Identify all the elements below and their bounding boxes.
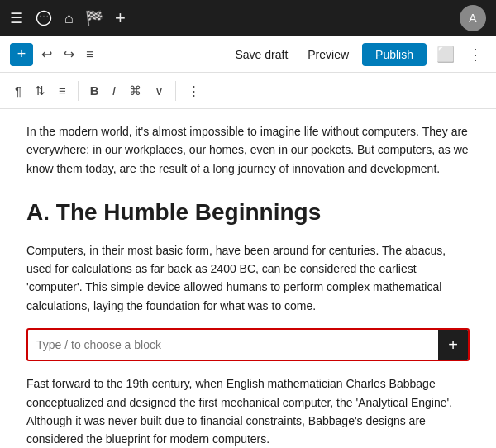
more-options-button[interactable]: ⋮: [465, 42, 486, 67]
save-draft-button[interactable]: Save draft: [228, 45, 294, 64]
toolbar-row: + ↩ ↪ ≡ Save draft Preview Publish ⬜ ⋮: [0, 36, 496, 73]
publish-button[interactable]: Publish: [362, 43, 427, 66]
layout-button[interactable]: ⬜: [433, 42, 458, 67]
redo-button[interactable]: ↪: [60, 43, 78, 65]
bookmark-icon[interactable]: 🏁: [85, 9, 103, 27]
link-button[interactable]: ⌘: [124, 80, 146, 102]
dropdown-button[interactable]: ∨: [150, 80, 169, 102]
more-format-button[interactable]: ⋮: [183, 80, 205, 102]
format-toolbar: ¶ ⇅ ≡ B I ⌘ ∨ ⋮: [0, 73, 496, 109]
bold-button[interactable]: B: [85, 80, 104, 101]
hamburger-icon[interactable]: ☰: [10, 9, 23, 27]
plus-nav-icon[interactable]: +: [115, 7, 126, 29]
home-icon[interactable]: ⌂: [64, 10, 74, 27]
paragraph-humble: Computers, in their most basic form, hav…: [26, 241, 470, 316]
intro-paragraph: In the modern world, it's almost impossi…: [26, 122, 470, 178]
format-separator-1: [78, 81, 79, 101]
align-button[interactable]: ≡: [54, 80, 71, 101]
undo-button[interactable]: ↩: [38, 43, 55, 65]
preview-button[interactable]: Preview: [301, 45, 355, 64]
toolbar-actions: Save draft Preview Publish ⬜ ⋮: [228, 42, 486, 67]
paragraph-babbage: Fast forward to the 19th century, when E…: [26, 374, 470, 448]
italic-button[interactable]: I: [107, 80, 121, 101]
paragraph-button[interactable]: ¶: [10, 80, 26, 101]
avatar[interactable]: A: [460, 5, 486, 31]
updown-button[interactable]: ⇅: [30, 80, 50, 102]
editor-area[interactable]: In the modern world, it's almost impossi…: [0, 109, 496, 448]
add-block-button[interactable]: +: [10, 43, 33, 66]
heading-a: A. The Humble Beginnings: [26, 198, 470, 227]
format-separator-2: [175, 81, 176, 101]
wp-logo-icon[interactable]: [35, 9, 53, 27]
block-insert-button[interactable]: +: [438, 330, 468, 360]
block-input-row: +: [26, 328, 470, 361]
list-view-button[interactable]: ≡: [83, 44, 97, 65]
block-type-input[interactable]: [28, 331, 438, 358]
top-nav: ☰ ⌂ 🏁 + A: [0, 0, 496, 36]
